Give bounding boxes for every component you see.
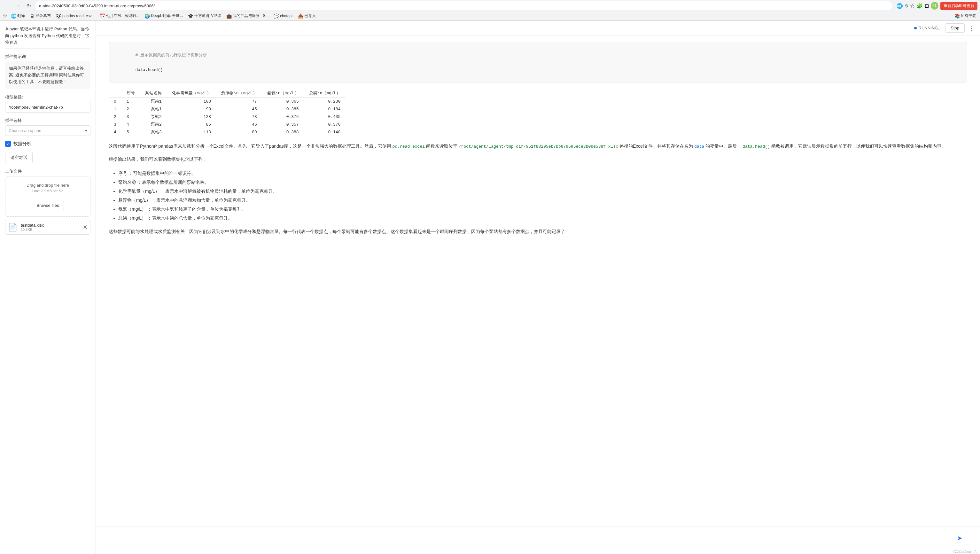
table-row: 01泵站1103770.3650.230 bbox=[109, 97, 345, 105]
running-label: RUNNING... bbox=[919, 25, 942, 30]
bullet-text-station: ：表示每个数据点所属的泵站名称。 bbox=[137, 180, 209, 185]
col-ammonia: 氨氮\n（mg/L） bbox=[262, 89, 304, 97]
bookmark-deepl-label: DeepL翻译: 全世... bbox=[151, 13, 183, 19]
stop-button[interactable]: Stop bbox=[945, 23, 965, 33]
file-name: testdata.xlsx bbox=[21, 223, 80, 228]
translate-bm-icon: 🌐 bbox=[11, 13, 16, 19]
bookmark-screen[interactable]: 🖥 登录幕布 bbox=[29, 13, 52, 19]
analysis-para2: 根据输出结果，我们可以看到数据集包含以下列： bbox=[109, 155, 967, 163]
code-comment: # 显示数据集的前几行以进行初步分析 bbox=[135, 53, 207, 57]
forward-button[interactable]: → bbox=[13, 1, 22, 10]
input-bar: ➤ bbox=[109, 531, 967, 545]
split-screen-icon[interactable]: ⊡ bbox=[925, 3, 929, 9]
more-options-button[interactable]: ⋮ bbox=[969, 24, 975, 32]
col-tp: 总磷\n（mg/L） bbox=[304, 89, 346, 97]
main-layout: Jupyter 笔记本环境中运行 Python 代码。当你向 python 发送… bbox=[0, 21, 980, 554]
para1-mid: 函数来读取位于 bbox=[426, 143, 459, 149]
bookmarks-bar: ☆ 🌐 翻译 🖥 登录幕布 🐼 pandas.read_csv... 📅 七月在… bbox=[0, 11, 980, 21]
bookmark-chatgpt[interactable]: 💬 chatgpt bbox=[272, 13, 294, 19]
plugin-select-wrapper: Choose an option ▾ bbox=[5, 125, 91, 136]
code-block: # 显示数据集的前几行以进行初步分析 data.head() bbox=[109, 42, 967, 83]
browser-chrome: ← → ↻ 🌐 ⎋ ☆ 🧩 ⊡ U 重新启动即可更新 ☆ 🌐 翻译 🖥 登录幕布… bbox=[0, 0, 980, 21]
bullet-text-seq: ：可能是数据集中的唯一标识符。 bbox=[129, 171, 196, 176]
file-size: 10.3KB bbox=[21, 228, 80, 231]
translate-icon[interactable]: 🌐 bbox=[897, 3, 903, 9]
bookmark-july[interactable]: 📅 七月在线 - 智能时... bbox=[99, 13, 141, 19]
avatar[interactable]: U bbox=[931, 2, 939, 10]
dropzone-limit: Limit 200MB per file bbox=[12, 189, 84, 193]
data-analysis-checkbox[interactable] bbox=[5, 141, 11, 147]
model-path-input[interactable] bbox=[5, 102, 91, 113]
sidebar: Jupyter 笔记本环境中运行 Python 代码。当你向 python 发送… bbox=[0, 21, 96, 554]
dropzone-text: Drag and drop file here bbox=[12, 183, 84, 188]
chatgpt-bm-icon: 💬 bbox=[274, 13, 279, 19]
data-analysis-row[interactable]: 数据分析 bbox=[5, 141, 91, 147]
list-item-ss: 悬浮物（mg/L） ：表示水中的悬浮颗粒物含量，单位为毫克每升。 bbox=[118, 196, 967, 205]
para1-prefix: 这段代码使用了Python的pandas库来加载和分析一个Excel文件。首先，… bbox=[109, 143, 391, 149]
bookmark-july-label: 七月在线 - 智能时... bbox=[106, 13, 140, 19]
bullet-label-cod: 化学需氧量（mg/L） bbox=[118, 189, 159, 194]
list-item-tp: 总磷（mg/L） ：表示水中磷的总含量，单位为毫克每升。 bbox=[118, 213, 967, 223]
bookmark-deepl[interactable]: 🌍 DeepL翻译: 全世... bbox=[143, 13, 184, 19]
screen-bm-icon: 🖥 bbox=[30, 13, 35, 19]
bookmark-shufang-label: 十方教育-VIP课 bbox=[194, 13, 221, 19]
para1-mid2: 路径的Excel文件，并将其存储在名为 bbox=[619, 143, 694, 149]
table-row: 12泵站190450.3850.184 bbox=[109, 105, 345, 113]
bookmark-screen-label: 登录幕布 bbox=[35, 13, 51, 19]
bookmark-all[interactable]: 📚 所有书签 bbox=[953, 13, 977, 19]
para1-end: 函数被调用，它默认显示数据集的前五行，以便我们可以快速查看数据集的结构和内容。 bbox=[771, 143, 946, 149]
bullet-label-ammonia: 氨氮（mg/L） bbox=[118, 207, 146, 212]
hint-text: 如果你已经获得足够信息，请直接给出答案. 避免不必要的工具调用! 同时注意你可以… bbox=[9, 66, 84, 84]
hint-section: 插件提示词 如果你已经获得足够信息，请直接给出答案. 避免不必要的工具调用! 同… bbox=[5, 54, 91, 89]
bookmark-products[interactable]: 💼 我的产品与服务 - S... bbox=[225, 13, 270, 19]
upload-section: 上传文件 Drag and drop file here Limit 200MB… bbox=[5, 169, 91, 235]
nav-bar: ← → ↻ 🌐 ⎋ ☆ 🧩 ⊡ U 重新启动即可更新 bbox=[0, 0, 980, 11]
file-icon: 📄 bbox=[8, 223, 18, 232]
analysis-para1: 这段代码使用了Python的pandas库来加载和分析一个Excel文件。首先，… bbox=[109, 142, 967, 150]
hint-label: 插件提示词 bbox=[5, 54, 91, 59]
reload-button[interactable]: 重新启动即可更新 bbox=[940, 2, 977, 10]
jupyter-hint: Jupyter 笔记本环境中运行 Python 代码。当你向 python 发送… bbox=[5, 26, 91, 49]
plugin-select[interactable]: Choose an option bbox=[5, 125, 91, 136]
all-bm-icon: 📚 bbox=[955, 13, 960, 19]
model-label: 模型路径: bbox=[5, 94, 91, 100]
bullet-label-tp: 总磷（mg/L） bbox=[118, 215, 146, 221]
chat-content: # 显示数据集的前几行以进行初步分析 data.head() 序号 泵站名称 化… bbox=[96, 35, 980, 527]
bullet-text-cod: ：表示水中溶解氧被有机物质消耗的量，单位为毫克每升。 bbox=[161, 189, 277, 194]
watermark: ©2021 @InternAI bbox=[96, 549, 980, 554]
bullet-text-ammonia: ：表示水中氨和铵离子的含量，单位为毫克每升。 bbox=[147, 207, 246, 212]
running-indicator bbox=[914, 27, 917, 29]
send-icon: ➤ bbox=[957, 534, 963, 542]
list-item-station: 泵站名称 ：表示每个数据点所属的泵站名称。 bbox=[118, 178, 967, 187]
refresh-button[interactable]: ↻ bbox=[24, 1, 33, 10]
bookmark-imported-label: 已导入 bbox=[304, 13, 316, 19]
para1-path: /root/agent/lagent/tmp_dir/951f88205eb7b… bbox=[459, 144, 618, 149]
file-remove-button[interactable]: ✕ bbox=[83, 224, 88, 231]
para2-text: 根据输出结果，我们可以看到数据集包含以下列： bbox=[109, 157, 207, 162]
back-button[interactable]: ← bbox=[3, 1, 11, 10]
content-area: RUNNING... Stop ⋮ # 显示数据集的前几行以进行初步分析 dat… bbox=[96, 21, 980, 554]
star-icon[interactable]: ☆ bbox=[910, 3, 915, 9]
share-icon[interactable]: ⎋ bbox=[905, 3, 908, 9]
bookmark-translate[interactable]: 🌐 翻译 bbox=[10, 13, 26, 19]
upload-dropzone[interactable]: Drag and drop file here Limit 200MB per … bbox=[5, 176, 91, 217]
para3-text: 这些数据可能与水处理或水质监测有关，因为它们涉及到水中的化学成分和悬浮物含量。每… bbox=[109, 229, 565, 234]
send-button[interactable]: ➤ bbox=[957, 534, 963, 542]
content-topbar: RUNNING... Stop ⋮ bbox=[96, 21, 980, 35]
address-bar[interactable] bbox=[35, 1, 892, 10]
browse-files-button[interactable]: Browse files bbox=[32, 201, 64, 210]
col-station: 泵站名称 bbox=[140, 89, 167, 97]
bullet-text-tp: ：表示水中磷的总含量，单位为毫克每升。 bbox=[147, 215, 232, 221]
clear-button[interactable]: 清空对话 bbox=[5, 152, 33, 163]
para1-mid3: 的变量中。最后， bbox=[705, 143, 741, 149]
bookmark-all-label: 所有书签 bbox=[961, 13, 976, 19]
bookmark-pandas[interactable]: 🐼 pandas.read_csv... bbox=[55, 13, 96, 19]
hint-box: 如果你已经获得足够信息，请直接给出答案. 避免不必要的工具调用! 同时注意你可以… bbox=[5, 61, 91, 89]
chat-input[interactable] bbox=[113, 535, 955, 541]
bookmark-imported[interactable]: 📥 已导入 bbox=[297, 13, 317, 19]
bookmarks-icon: ☆ bbox=[3, 13, 7, 19]
deepl-bm-icon: 🌍 bbox=[145, 13, 150, 19]
table-row: 23泵站2128780.3760.435 bbox=[109, 113, 345, 121]
bookmark-shufang[interactable]: 🎓 十方教育-VIP课 bbox=[187, 13, 222, 19]
extensions-icon[interactable]: 🧩 bbox=[916, 3, 923, 9]
